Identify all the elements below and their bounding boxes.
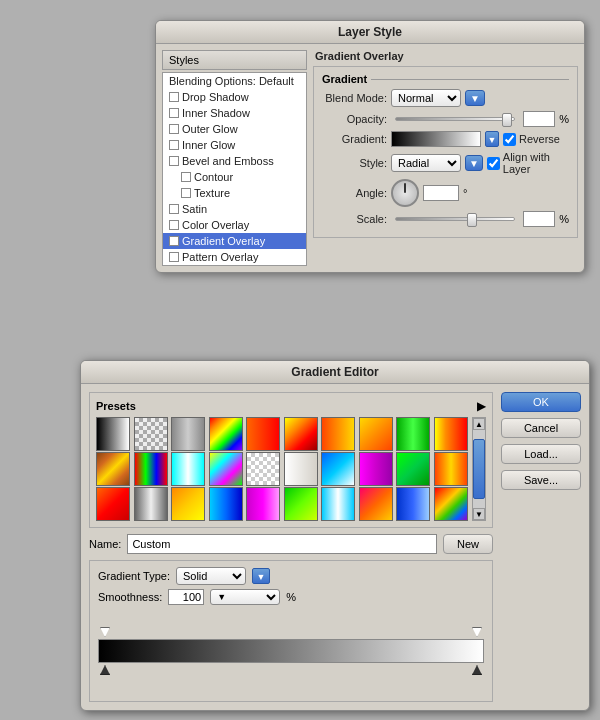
preset-swatch-4[interactable]	[209, 417, 243, 451]
color-stop-right[interactable]	[472, 665, 482, 675]
scale-slider-track[interactable]	[395, 217, 515, 221]
presets-title: Presets	[96, 400, 136, 412]
inner-shadow-item[interactable]: Inner Shadow	[163, 105, 306, 121]
inner-glow-item[interactable]: Inner Glow	[163, 137, 306, 153]
satin-item[interactable]: Satin	[163, 201, 306, 217]
pattern-overlay-checkbox[interactable]	[169, 252, 179, 262]
load-button[interactable]: Load...	[501, 444, 581, 464]
preset-swatch-6[interactable]	[284, 417, 318, 451]
preset-swatch-14[interactable]	[209, 452, 243, 486]
styles-sidebar: Styles Blending Options: Default Drop Sh…	[162, 50, 307, 266]
scrollbar-thumb[interactable]	[473, 439, 485, 499]
preset-swatch-27[interactable]	[321, 487, 355, 521]
color-stop-left[interactable]	[100, 665, 110, 675]
scale-unit: %	[559, 213, 569, 225]
inner-glow-checkbox[interactable]	[169, 140, 179, 150]
preset-swatch-18[interactable]	[359, 452, 393, 486]
bevel-emboss-item[interactable]: Bevel and Emboss	[163, 153, 306, 169]
preset-swatch-11[interactable]	[96, 452, 130, 486]
style-dropdown-arrow[interactable]: ▼	[465, 155, 483, 171]
preset-swatch-30[interactable]	[434, 487, 468, 521]
preset-swatch-1[interactable]	[96, 417, 130, 451]
opacity-input[interactable]: 100	[523, 111, 555, 127]
satin-checkbox[interactable]	[169, 204, 179, 214]
preset-swatch-10[interactable]	[434, 417, 468, 451]
cancel-button[interactable]: Cancel	[501, 418, 581, 438]
opacity-stop-left[interactable]	[100, 627, 110, 637]
smoothness-input[interactable]	[168, 589, 204, 605]
blend-mode-row: Blend Mode: Normal ▼	[322, 89, 569, 107]
outer-glow-checkbox[interactable]	[169, 124, 179, 134]
preset-swatch-21[interactable]	[96, 487, 130, 521]
outer-glow-item[interactable]: Outer Glow	[163, 121, 306, 137]
preset-swatch-3[interactable]	[171, 417, 205, 451]
name-input[interactable]	[127, 534, 437, 554]
contour-item[interactable]: Contour	[163, 169, 306, 185]
preset-swatch-22[interactable]	[134, 487, 168, 521]
angle-label: Angle:	[322, 187, 387, 199]
drop-shadow-checkbox[interactable]	[169, 92, 179, 102]
preset-swatch-23[interactable]	[171, 487, 205, 521]
ok-button[interactable]: OK	[501, 392, 581, 412]
gradient-type-dropdown-arrow[interactable]: ▼	[252, 568, 270, 584]
color-overlay-item[interactable]: Color Overlay	[163, 217, 306, 233]
gradient-bar-container	[98, 613, 484, 691]
preset-swatch-19[interactable]	[396, 452, 430, 486]
blend-mode-select[interactable]: Normal	[391, 89, 461, 107]
preset-swatch-9[interactable]	[396, 417, 430, 451]
opacity-slider-track[interactable]	[395, 117, 515, 121]
drop-shadow-item[interactable]: Drop Shadow	[163, 89, 306, 105]
gradient-bar[interactable]	[98, 639, 484, 663]
align-layer-checkbox[interactable]	[487, 157, 500, 170]
gradient-overlay-item[interactable]: Gradient Overlay	[163, 233, 306, 249]
gradient-type-select[interactable]: Solid	[176, 567, 246, 585]
preset-swatch-7[interactable]	[321, 417, 355, 451]
reverse-checkbox[interactable]	[503, 133, 516, 146]
style-select[interactable]: Radial	[391, 154, 461, 172]
opacity-slider-thumb[interactable]	[502, 113, 512, 127]
preset-swatch-12[interactable]	[134, 452, 168, 486]
angle-row: Angle: 90 °	[322, 179, 569, 207]
preset-swatch-2[interactable]	[134, 417, 168, 451]
preset-swatch-16[interactable]	[284, 452, 318, 486]
blending-options-item[interactable]: Blending Options: Default	[163, 73, 306, 89]
smoothness-row: Smoothness: ▼ %	[98, 589, 484, 605]
gradient-section-label: Gradient	[322, 73, 569, 85]
preset-swatch-17[interactable]	[321, 452, 355, 486]
preset-swatch-28[interactable]	[359, 487, 393, 521]
preset-swatch-29[interactable]	[396, 487, 430, 521]
align-layer-label: Align with Layer	[487, 151, 569, 175]
scale-slider-thumb[interactable]	[467, 213, 477, 227]
texture-checkbox[interactable]	[181, 188, 191, 198]
opacity-stop-right[interactable]	[472, 627, 482, 637]
inner-shadow-checkbox[interactable]	[169, 108, 179, 118]
preset-swatch-26[interactable]	[284, 487, 318, 521]
color-overlay-checkbox[interactable]	[169, 220, 179, 230]
smoothness-select[interactable]: ▼	[210, 589, 280, 605]
gradient-overlay-checkbox[interactable]	[169, 236, 179, 246]
scrollbar-down-arrow[interactable]: ▼	[473, 508, 485, 520]
angle-dial[interactable]	[391, 179, 419, 207]
blend-mode-dropdown-arrow[interactable]: ▼	[465, 90, 485, 106]
presets-scrollbar: ▲ ▼	[472, 417, 486, 521]
gradient-dropdown-arrow[interactable]: ▼	[485, 131, 499, 147]
preset-swatch-15[interactable]	[246, 452, 280, 486]
scrollbar-up-arrow[interactable]: ▲	[473, 418, 485, 430]
name-label: Name:	[89, 538, 121, 550]
presets-expand-icon[interactable]: ▶	[477, 399, 486, 413]
bevel-emboss-checkbox[interactable]	[169, 156, 179, 166]
gradient-preview[interactable]	[391, 131, 481, 147]
preset-swatch-25[interactable]	[246, 487, 280, 521]
contour-checkbox[interactable]	[181, 172, 191, 182]
preset-swatch-5[interactable]	[246, 417, 280, 451]
preset-swatch-8[interactable]	[359, 417, 393, 451]
new-button[interactable]: New	[443, 534, 493, 554]
scale-input[interactable]: 100	[523, 211, 555, 227]
pattern-overlay-item[interactable]: Pattern Overlay	[163, 249, 306, 265]
preset-swatch-13[interactable]	[171, 452, 205, 486]
angle-input[interactable]: 90	[423, 185, 459, 201]
texture-item[interactable]: Texture	[163, 185, 306, 201]
preset-swatch-24[interactable]	[209, 487, 243, 521]
preset-swatch-20[interactable]	[434, 452, 468, 486]
save-button[interactable]: Save...	[501, 470, 581, 490]
